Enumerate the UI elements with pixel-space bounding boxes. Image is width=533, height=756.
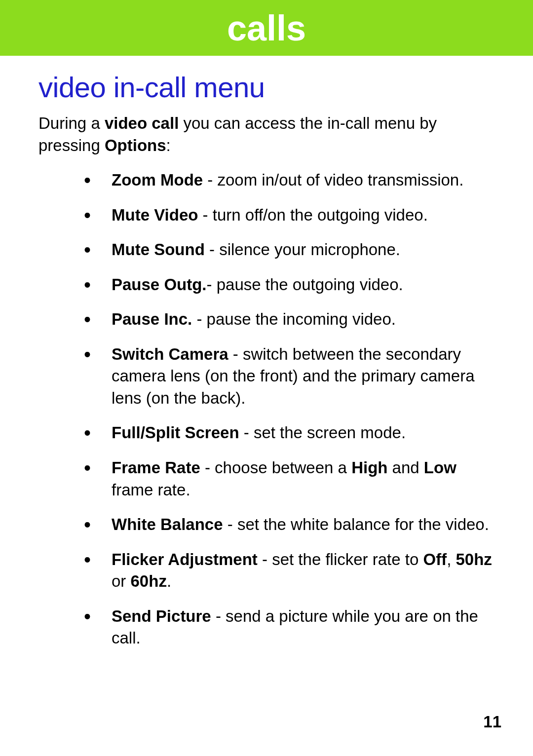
option-sep: - [200,458,215,477]
list-item: Mute Video - turn off/on the outgoing vi… [84,204,495,227]
option-term: Full/Split Screen [112,423,239,442]
option-term: Mute Sound [112,240,205,259]
intro-text-pre: During a [38,114,105,132]
option-sep: - [198,206,212,224]
list-item: Frame Rate - choose between a High and L… [84,457,495,501]
option-sep: - [239,423,254,442]
list-item: Mute Sound - silence your microphone. [84,239,495,261]
option-bold-low: Low [424,458,457,477]
option-desc: set the white balance for the video. [237,515,489,533]
option-bold-off: Off [423,550,447,568]
option-desc-mid: and [387,458,423,477]
option-bold-50hz: 50hz [456,550,492,568]
option-sep: - [211,607,226,625]
page-content: video in-call menu During a video call y… [0,56,533,649]
option-term: Zoom Mode [112,171,203,189]
option-term: Switch Camera [112,345,228,363]
option-desc-mid: , [447,550,456,568]
option-sep: - [258,550,272,568]
option-desc: silence your microphone. [219,240,400,259]
option-term: Pause Outg. [112,275,207,294]
option-sep: - [223,515,237,533]
option-desc: pause the incoming video. [207,310,396,328]
intro-text-post: : [166,136,171,154]
option-desc-post: . [167,572,171,590]
option-desc-post: frame rate. [112,481,190,499]
list-item: Zoom Mode - zoom in/out of video transmi… [84,169,495,191]
options-list: Zoom Mode - zoom in/out of video transmi… [38,169,495,649]
option-desc-pre: set the flicker rate to [272,550,423,568]
intro-paragraph: During a video call you can access the i… [38,113,495,156]
option-term: White Balance [112,515,223,533]
list-item: Pause Inc. - pause the incoming video. [84,308,495,331]
option-desc-pre: choose between a [215,458,351,477]
list-item: Switch Camera - switch between the secon… [84,343,495,410]
list-item: Flicker Adjustment - set the flicker rat… [84,549,495,593]
intro-bold-videocall: video call [105,114,179,132]
list-item: Pause Outg.- pause the outgoing video. [84,274,495,296]
option-desc-mid2: or [112,572,131,590]
option-bold-60hz: 60hz [131,572,167,590]
section-heading: video in-call menu [38,71,495,104]
option-sep: - [207,275,217,294]
option-bold-high: High [351,458,387,477]
option-term: Send Picture [112,607,211,625]
option-desc: set the screen mode. [254,423,406,442]
option-sep: - [203,171,217,189]
option-term: Mute Video [112,206,198,224]
list-item: Send Picture - send a picture while you … [84,605,495,649]
option-desc: turn off/on the outgoing video. [213,206,428,224]
intro-bold-options: Options [105,136,166,154]
option-desc: pause the outgoing video. [217,275,403,294]
option-term: Frame Rate [112,458,200,477]
option-term: Flicker Adjustment [112,550,258,568]
option-desc: zoom in/out of video transmission. [217,171,463,189]
option-sep: - [228,345,243,363]
option-term: Pause Inc. [112,310,192,328]
list-item: Full/Split Screen - set the screen mode. [84,422,495,444]
chapter-title: calls [227,8,306,48]
chapter-header: calls [0,0,533,56]
option-sep: - [205,240,219,259]
option-sep: - [192,310,206,328]
list-item: White Balance - set the white balance fo… [84,514,495,536]
page-number: 11 [483,713,501,731]
document-page: calls video in-call menu During a video … [0,0,533,756]
